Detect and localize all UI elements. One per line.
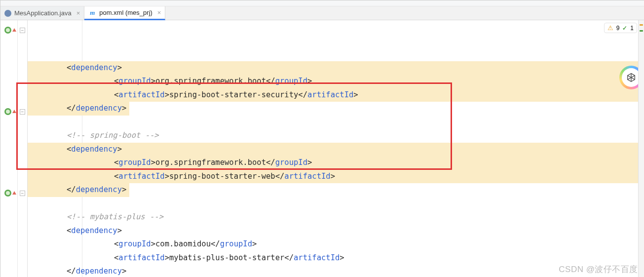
code-line[interactable]: </dependency>	[28, 183, 644, 197]
code-line[interactable]: <artifactId>mybatis-plus-boot-starter</a…	[28, 251, 644, 265]
fold-toggle[interactable]: −	[20, 28, 25, 33]
tab-mesapplication[interactable]: MesApplication.java ×	[0, 6, 84, 20]
ok-icon: ✓	[622, 25, 627, 32]
editor: −−− <dependency><groupId>org.springframe…	[0, 20, 644, 277]
close-icon[interactable]: ×	[157, 9, 161, 16]
code-line[interactable]: <dependency>	[28, 61, 644, 75]
maven-icon: m	[88, 9, 96, 17]
code-line[interactable]: </dependency>	[28, 265, 644, 277]
inspections-widget[interactable]: ⚠ 9 ✓ 1	[604, 23, 637, 33]
tab-pom-xml[interactable]: m pom.xml (mes_prj) ×	[84, 6, 165, 20]
gutter	[0, 20, 18, 277]
bean-icon[interactable]	[4, 108, 11, 115]
arrow-up-icon	[12, 28, 16, 32]
tab-label: MesApplication.java	[14, 9, 72, 17]
code-line[interactable]: <groupId>org.springframework.boot</group…	[28, 156, 644, 170]
close-icon[interactable]: ×	[76, 9, 80, 17]
code-line[interactable]: <groupId>org.springframework.boot</group…	[28, 75, 644, 88]
gutter-fold: −−−	[18, 20, 28, 277]
scrollbar[interactable]	[638, 20, 644, 277]
scroll-marker	[640, 24, 643, 26]
watermark: CSDN @波仔不百度	[559, 264, 638, 275]
bean-icon[interactable]	[4, 190, 11, 197]
code-line[interactable]: <artifactId>spring-boot-starter-web</art…	[28, 170, 644, 184]
code-line[interactable]: <!-- spring-boot -->	[28, 129, 644, 143]
ok-count: 1	[630, 25, 634, 32]
code-line[interactable]: <!-- mybatis-plus -->	[28, 210, 644, 224]
code-line[interactable]: <groupId>com.baomidou</groupId>	[28, 237, 644, 251]
code-line[interactable]	[28, 116, 644, 129]
code-area[interactable]: <dependency><groupId>org.springframework…	[28, 20, 644, 277]
java-icon	[4, 10, 11, 17]
arrow-up-icon	[12, 191, 16, 195]
code-line[interactable]: <dependency>	[28, 143, 644, 157]
scroll-marker	[640, 30, 643, 32]
top-toolbar	[0, 0, 644, 6]
warning-icon: ⚠	[607, 24, 613, 32]
tab-label: pom.xml (mes_prj)	[99, 9, 152, 16]
code-line[interactable]	[28, 197, 644, 211]
arrow-up-icon	[12, 110, 16, 113]
editor-tabs: MesApplication.java × m pom.xml (mes_prj…	[0, 6, 644, 20]
fold-toggle[interactable]: −	[20, 109, 25, 115]
code-line[interactable]: <dependency>	[28, 224, 644, 238]
warning-count: 9	[616, 25, 620, 32]
code-line[interactable]: <artifactId>spring-boot-starter-security…	[28, 88, 644, 102]
bean-icon[interactable]	[4, 27, 11, 34]
code-line[interactable]: </dependency>	[28, 102, 644, 116]
fold-toggle[interactable]: −	[20, 191, 25, 196]
